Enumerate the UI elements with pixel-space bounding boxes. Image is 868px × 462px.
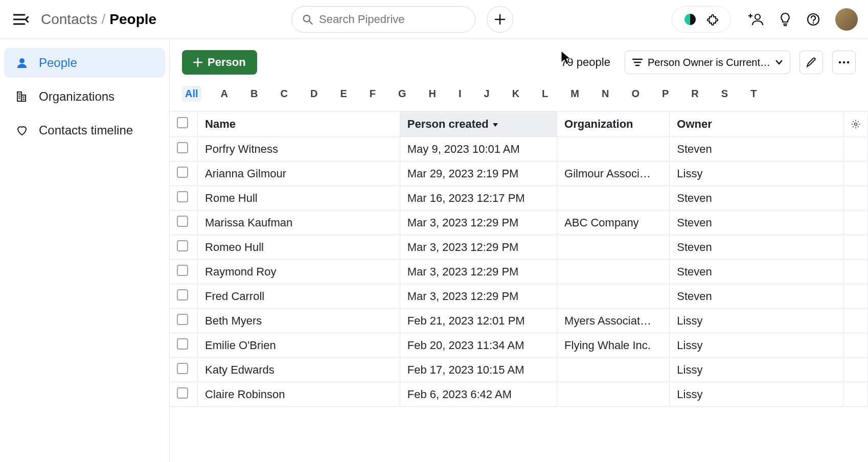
row-checkbox-cell[interactable] (170, 260, 198, 284)
table-row[interactable]: Rome HullMar 16, 2023 12:17 PMSteven (170, 186, 868, 211)
column-header-created[interactable]: Person created (400, 111, 557, 137)
edit-columns-button[interactable] (800, 51, 823, 74)
avatar[interactable] (835, 8, 858, 31)
cell-name[interactable]: Katy Edwards (198, 358, 400, 382)
alpha-filter-n[interactable]: N (599, 86, 612, 102)
cell-owner[interactable]: Steven (670, 235, 843, 260)
table-row[interactable]: Emilie O'BrienFeb 20, 2023 11:34 AMFlyin… (170, 333, 868, 358)
cell-name[interactable]: Beth Myers (198, 309, 400, 333)
main-panel: Person 79 people Person Owner is Current… (170, 39, 868, 462)
cell-owner[interactable]: Steven (670, 137, 843, 161)
cell-organization[interactable] (557, 137, 670, 161)
cell-name[interactable]: Porfry Witness (198, 137, 400, 161)
lightbulb-icon[interactable] (779, 12, 791, 27)
table-row[interactable]: Raymond RoyMar 3, 2023 12:29 PMSteven (170, 260, 868, 284)
cell-owner[interactable]: Lissy (670, 309, 843, 333)
sidebar-item-organizations[interactable]: Organizations (4, 82, 165, 111)
row-checkbox-cell[interactable] (170, 333, 198, 358)
alpha-filter-c[interactable]: C (277, 86, 290, 102)
row-checkbox-cell[interactable] (170, 235, 198, 260)
cell-name[interactable]: Emilie O'Brien (198, 333, 400, 358)
cell-name[interactable]: Claire Robinson (198, 382, 400, 407)
cell-organization[interactable] (557, 358, 670, 382)
cell-organization[interactable]: Gilmour Associ… (557, 161, 670, 186)
alpha-filter-f[interactable]: F (367, 86, 379, 102)
alpha-filter-b[interactable]: B (247, 86, 261, 102)
collapse-nav-button[interactable] (10, 10, 32, 29)
table-row[interactable]: Marissa KaufmanMar 3, 2023 12:29 PMABC C… (170, 211, 868, 235)
cell-name[interactable]: Fred Carroll (198, 284, 400, 309)
cell-name[interactable]: Romeo Hull (198, 235, 400, 260)
column-header-name[interactable]: Name (198, 111, 400, 137)
cell-organization[interactable] (557, 260, 670, 284)
cell-owner[interactable]: Steven (670, 284, 843, 309)
alpha-filter-d[interactable]: D (307, 86, 321, 102)
sidebar-item-people[interactable]: People (4, 48, 165, 78)
help-icon[interactable] (807, 13, 820, 26)
cell-organization[interactable] (557, 382, 670, 407)
alpha-filter-a[interactable]: A (218, 86, 231, 102)
row-checkbox-cell[interactable] (170, 211, 198, 235)
table-row[interactable]: Beth MyersFeb 21, 2023 12:01 PMMyers Ass… (170, 309, 868, 333)
alpha-filter-t[interactable]: T (747, 86, 760, 102)
alpha-filter-g[interactable]: G (395, 86, 409, 102)
cell-owner[interactable]: Steven (670, 211, 843, 235)
cell-name[interactable]: Marissa Kaufman (198, 211, 400, 235)
alpha-filter-h[interactable]: H (426, 86, 439, 102)
select-all-header[interactable] (170, 111, 198, 137)
cell-organization[interactable]: Flying Whale Inc. (557, 333, 670, 358)
cell-owner[interactable]: Lissy (670, 333, 843, 358)
row-checkbox-cell[interactable] (170, 137, 198, 161)
table-row[interactable]: Fred CarrollMar 3, 2023 12:29 PMSteven (170, 284, 868, 309)
add-person-button[interactable]: Person (182, 50, 257, 75)
breadcrumb-section[interactable]: Contacts (41, 11, 98, 28)
row-checkbox-cell[interactable] (170, 186, 198, 211)
more-actions-button[interactable] (832, 51, 856, 74)
cell-owner[interactable]: Lissy (670, 358, 843, 382)
cell-owner[interactable]: Steven (670, 186, 843, 211)
column-label: Owner (677, 118, 712, 130)
cell-organization[interactable]: ABC Company (557, 211, 670, 235)
cell-owner[interactable]: Lissy (670, 161, 843, 186)
cell-organization[interactable] (557, 284, 670, 309)
table-row[interactable]: Claire RobinsonFeb 6, 2023 6:42 AMLissy (170, 382, 868, 407)
alpha-filter-r[interactable]: R (688, 86, 701, 102)
row-checkbox-cell[interactable] (170, 382, 198, 407)
table-row[interactable]: Porfry WitnessMay 9, 2023 10:01 AMSteven (170, 137, 868, 161)
alpha-filter-j[interactable]: J (481, 86, 493, 102)
alpha-filter-o[interactable]: O (628, 86, 643, 102)
table-row[interactable]: Arianna GilmourMar 29, 2023 2:19 PMGilmo… (170, 161, 868, 186)
search-input[interactable] (319, 13, 465, 26)
row-checkbox-cell[interactable] (170, 161, 198, 186)
cell-organization[interactable] (557, 235, 670, 260)
table-row[interactable]: Katy EdwardsFeb 17, 2023 10:15 AMLissy (170, 358, 868, 382)
global-search[interactable] (291, 6, 475, 33)
cell-name[interactable]: Raymond Roy (198, 260, 400, 284)
sidebar-item-contacts-timeline[interactable]: Contacts timeline (4, 115, 165, 145)
cell-owner[interactable]: Steven (670, 260, 843, 284)
cell-name[interactable]: Rome Hull (198, 186, 400, 211)
alpha-filter-k[interactable]: K (509, 86, 522, 102)
cell-name[interactable]: Arianna Gilmour (198, 161, 400, 186)
table-row[interactable]: Romeo HullMar 3, 2023 12:29 PMSteven (170, 235, 868, 260)
table-settings-header[interactable] (843, 111, 868, 137)
row-checkbox-cell[interactable] (170, 284, 198, 309)
alpha-filter-i[interactable]: I (455, 86, 465, 102)
alpha-filter-s[interactable]: S (718, 86, 731, 102)
filter-button[interactable]: Person Owner is Current… (625, 51, 790, 74)
invite-people-icon[interactable] (748, 13, 764, 26)
cell-organization[interactable] (557, 186, 670, 211)
alpha-filter-m[interactable]: M (567, 86, 582, 102)
row-checkbox-cell[interactable] (170, 309, 198, 333)
alpha-filter-p[interactable]: P (659, 86, 672, 102)
cell-organization[interactable]: Myers Associat… (557, 309, 670, 333)
alpha-filter-l[interactable]: L (539, 86, 551, 102)
cell-owner[interactable]: Lissy (670, 382, 843, 407)
column-header-organization[interactable]: Organization (557, 111, 670, 137)
alpha-filter-e[interactable]: E (337, 86, 350, 102)
row-checkbox-cell[interactable] (170, 358, 198, 382)
assistant-pill[interactable] (672, 6, 731, 33)
column-header-owner[interactable]: Owner (670, 111, 843, 137)
quick-add-button[interactable] (487, 6, 513, 33)
alpha-filter-all[interactable]: All (182, 86, 201, 102)
